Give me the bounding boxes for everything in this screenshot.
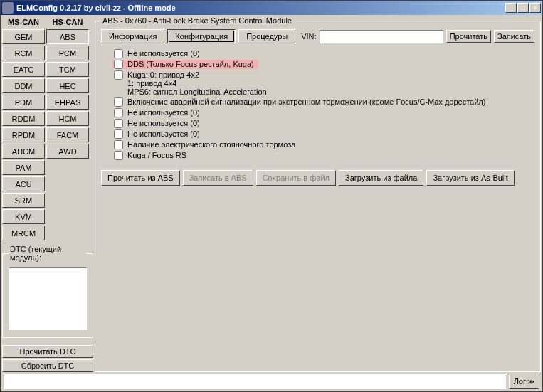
option-checkbox[interactable]: [114, 151, 123, 160]
load-file-button[interactable]: Загрузить из файла: [339, 170, 423, 186]
option-checkbox[interactable]: [114, 129, 123, 139]
option-label: Не используется (0): [127, 119, 200, 127]
options-list: Не используется (0)DDS (Только Focus рес…: [101, 48, 534, 167]
option-checkbox[interactable]: [114, 49, 123, 58]
action-row: Прочитать из ABS Записать в ABS Сохранит…: [101, 170, 534, 186]
sidebar-item-rcm[interactable]: RCM: [2, 46, 45, 60]
sidebar-item-hec[interactable]: HEC: [46, 78, 89, 93]
log-label: Лог: [514, 377, 526, 386]
write-button[interactable]: Записать: [494, 30, 534, 43]
status-row: Лог ≫: [2, 372, 541, 390]
sidebar-item-eatc[interactable]: EATC: [2, 62, 45, 77]
option-row: Наличие электрического стояночного тормо…: [112, 140, 534, 149]
option-checkbox[interactable]: [114, 97, 123, 107]
option-row: DDS (Только Focus рестайл, Kuga): [112, 60, 258, 69]
option-row: Не используется (0): [112, 119, 534, 128]
read-abs-button[interactable]: Прочитать из ABS: [101, 170, 180, 186]
option-label: Не используется (0): [127, 129, 200, 138]
vin-input[interactable]: [320, 30, 443, 43]
sidebar-item-rddm[interactable]: RDDM: [2, 111, 45, 126]
option-checkbox[interactable]: [114, 119, 123, 128]
sidebar-item-pcm[interactable]: PCM: [46, 46, 89, 60]
option-label: Kuga: 0: привод 4x2 1: привод 4x4 MPS6: …: [127, 70, 267, 96]
minimize-button[interactable]: _: [505, 3, 517, 13]
tab-row: Информация Конфигурация Процедуры VIN: П…: [101, 29, 534, 43]
log-button[interactable]: Лог ≫: [509, 374, 539, 389]
option-row: Включение аварийной сигнализации при экс…: [112, 97, 534, 107]
read-dtc-button[interactable]: Прочитать DTC: [2, 345, 93, 358]
mscan-header: MS-CAN: [2, 16, 45, 29]
sidebar-item-srm[interactable]: SRM: [2, 193, 45, 208]
chevron-right-icon: ≫: [527, 378, 534, 386]
option-label: Включение аварийной сигнализации при экс…: [127, 97, 485, 106]
app-icon: [2, 2, 14, 14]
status-input[interactable]: [4, 374, 506, 389]
dtc-legend: DTC (текущий модуль):: [9, 245, 87, 262]
load-asbuilt-button[interactable]: Загрузить из As-Built: [426, 170, 514, 186]
sidebar-item-mrcm[interactable]: MRCM: [2, 226, 45, 240]
sidebar-item-ddm[interactable]: DDM: [2, 78, 45, 93]
option-label: Наличие электрического стояночного тормо…: [127, 140, 295, 149]
sidebar-item-abs[interactable]: ABS: [46, 29, 89, 44]
option-checkbox[interactable]: [114, 140, 123, 149]
sidebar-item-hcm[interactable]: HCM: [46, 111, 89, 126]
dtc-list[interactable]: [9, 267, 87, 330]
sidebar-item-ehpas[interactable]: EHPAS: [46, 95, 89, 110]
option-row: Не используется (0): [112, 129, 534, 139]
sidebar-item-ahcm[interactable]: AHCM: [2, 144, 45, 159]
module-legend: ABS - 0x760 - Anti-Lock Brake System Con…: [101, 16, 293, 25]
dtc-group: DTC (текущий модуль):: [2, 245, 93, 338]
sidebar-item-acu[interactable]: ACU: [2, 176, 45, 191]
option-label: DDS (Только Focus рестайл, Kuga): [127, 60, 254, 68]
option-row: Не используется (0): [112, 49, 534, 58]
maximize-button[interactable]: □: [517, 3, 529, 13]
vin-label: VIN:: [301, 32, 316, 41]
option-label: Не используется (0): [127, 49, 200, 58]
sidebar: MS-CAN GEMRCMEATCDDMPDMRDDMRPDMAHCMPAMAC…: [2, 16, 93, 372]
option-row: Kuga: 0: привод 4x2 1: привод 4x4 MPS6: …: [112, 70, 534, 96]
module-group: ABS - 0x760 - Anti-Lock Brake System Con…: [95, 16, 541, 372]
window-title: ELMConfig 0.2.17 by civil-zz - Offline m…: [16, 4, 505, 12]
app-window: ELMConfig 0.2.17 by civil-zz - Offline m…: [0, 0, 543, 392]
write-abs-button: Записать в ABS: [183, 170, 253, 186]
tab-proc[interactable]: Процедуры: [238, 29, 295, 43]
tab-info[interactable]: Информация: [101, 29, 164, 43]
read-button[interactable]: Прочитать: [446, 30, 491, 43]
mscan-column: MS-CAN GEMRCMEATCDDMPDMRDDMRPDMAHCMPAMAC…: [2, 16, 45, 242]
option-checkbox[interactable]: [114, 108, 123, 117]
option-label: Не используется (0): [127, 108, 200, 117]
sidebar-item-pam[interactable]: PAM: [2, 160, 45, 175]
option-row: Kuga / Focus RS: [112, 151, 534, 160]
option-label: Kuga / Focus RS: [127, 151, 186, 159]
sidebar-item-awd[interactable]: AWD: [46, 144, 89, 159]
option-checkbox[interactable]: [114, 60, 123, 69]
sidebar-item-tcm[interactable]: TCM: [46, 62, 89, 77]
tab-config[interactable]: Конфигурация: [167, 29, 236, 43]
sidebar-item-rpdm[interactable]: RPDM: [2, 127, 45, 142]
sidebar-item-kvm[interactable]: KVM: [2, 209, 45, 224]
reset-dtc-button[interactable]: Сбросить DTC: [2, 359, 93, 372]
hscan-column: HS-CAN ABSPCMTCMHECEHPASHCMFACMAWD: [46, 16, 89, 242]
option-row: Не используется (0): [112, 108, 534, 117]
hscan-header: HS-CAN: [46, 16, 89, 29]
close-button[interactable]: ×: [529, 3, 541, 13]
option-checkbox[interactable]: [114, 70, 123, 80]
sidebar-item-pdm[interactable]: PDM: [2, 95, 45, 110]
save-file-button: Сохранить в файл: [256, 170, 336, 186]
sidebar-item-gem[interactable]: GEM: [2, 29, 45, 44]
sidebar-item-facm[interactable]: FACM: [46, 127, 89, 142]
titlebar: ELMConfig 0.2.17 by civil-zz - Offline m…: [1, 1, 542, 15]
